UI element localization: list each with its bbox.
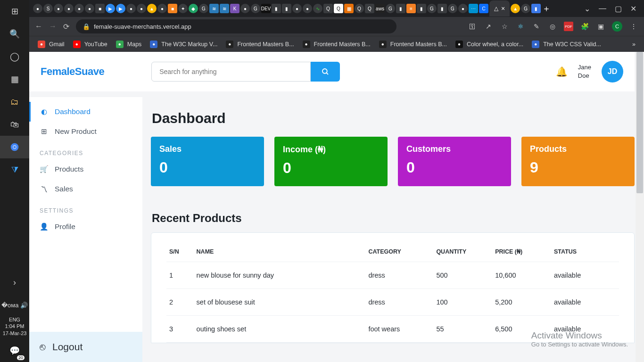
tab-icon[interactable]: G <box>386 4 395 13</box>
taskbar-app-icon[interactable]: ▦ <box>0 68 29 90</box>
tab-icon[interactable]: ✦ <box>178 4 188 13</box>
bookmark-item[interactable]: ●Frontend Masters B... <box>226 41 294 48</box>
scrollbar-thumb[interactable] <box>636 52 643 193</box>
bookmarks-overflow-icon[interactable]: » <box>632 41 636 48</box>
react-devtools-icon[interactable]: ⚛ <box>516 22 525 31</box>
tab-icon[interactable]: K <box>230 4 239 13</box>
tab-icon[interactable]: ▮ <box>396 4 405 13</box>
tab-icon[interactable]: ● <box>157 4 167 13</box>
app-logo[interactable]: FemaleSuave <box>41 66 104 78</box>
extension-icon[interactable]: ✎ <box>532 22 541 31</box>
tab-icon[interactable]: C <box>479 4 488 13</box>
minimize-icon[interactable]: — <box>599 4 606 13</box>
pdf-extension-icon[interactable]: PDF <box>564 22 573 31</box>
profile-avatar[interactable]: C <box>612 21 622 32</box>
tab-icon[interactable]: ● <box>85 4 94 13</box>
tab-icon[interactable]: ▲ <box>147 4 157 13</box>
active-tab[interactable]: △ × <box>489 0 510 16</box>
extension-icon[interactable]: ◎ <box>548 22 557 31</box>
tab-icon[interactable]: DEV <box>261 4 271 13</box>
tab-icon[interactable]: G <box>448 4 457 13</box>
tab-icon[interactable]: ▲ <box>511 4 520 13</box>
tab-icon[interactable]: ▶ <box>116 4 125 13</box>
bookmark-item[interactable]: ●Maps <box>116 41 142 48</box>
taskbar-date[interactable]: 17-Mar-23 <box>0 330 29 337</box>
vscode-taskbar-icon[interactable]: ⧩ <box>0 158 29 181</box>
tab-icon[interactable]: ● <box>54 4 63 13</box>
tab-icon[interactable]: ▦ <box>344 4 354 13</box>
table-row[interactable]: 2set of blousese suitdress1005,200availa… <box>166 289 619 316</box>
tab-icon[interactable]: ▮ <box>272 4 281 13</box>
sidebar-item-sales[interactable]: 〽Sales <box>29 179 142 199</box>
start-button[interactable]: ⊞ <box>0 0 29 23</box>
reload-icon[interactable]: ⟳ <box>63 22 69 31</box>
tab-icon[interactable]: G <box>199 4 208 13</box>
bookmark-item[interactable]: ●Frontend Masters B... <box>303 41 371 48</box>
back-icon[interactable]: ← <box>35 22 42 31</box>
dropdown-tabs-icon[interactable]: ⌄ <box>584 4 590 13</box>
expand-taskbar-icon[interactable]: › <box>0 271 29 294</box>
tab-icon[interactable]: ≋ <box>209 4 219 13</box>
logout-button[interactable]: ⎋Logout <box>29 332 142 362</box>
scrollbar[interactable] <box>636 52 644 362</box>
kebab-menu-icon[interactable]: ⋮ <box>629 22 638 31</box>
taskbar-lang[interactable]: ENG <box>9 316 20 323</box>
sidebar-item-profile[interactable]: 👤Profile <box>29 217 142 237</box>
tab-icon[interactable]: ● <box>126 4 136 13</box>
address-bar[interactable]: 🔒 female-suave-merchants.vercel.app <box>76 19 396 33</box>
tab-icon[interactable]: G <box>251 4 260 13</box>
wifi-sound-icon[interactable]: �ома 🔊 <box>0 294 29 316</box>
close-tab-icon[interactable]: × <box>501 5 505 12</box>
tab-icon[interactable]: ● <box>292 4 302 13</box>
tab-icon[interactable]: ● <box>33 4 42 13</box>
tab-icon[interactable]: ● <box>64 4 74 13</box>
avatar[interactable]: JD <box>602 61 623 82</box>
table-row[interactable]: 3outing shoes setfoot wears556,500availa… <box>166 316 619 343</box>
sidebar-item-products[interactable]: 🛒Products <box>29 159 142 179</box>
sidebar-item-new-product[interactable]: ⊞New Product <box>29 122 142 141</box>
extensions-puzzle-icon[interactable]: 🧩 <box>580 22 589 31</box>
ms-store-icon[interactable]: 🛍 <box>0 113 29 136</box>
search-button[interactable] <box>311 62 340 82</box>
tab-icon[interactable]: Q <box>334 4 343 13</box>
tab-icon[interactable]: ● <box>458 4 468 13</box>
tab-icon[interactable]: G <box>427 4 437 13</box>
tab-icon[interactable]: ▶ <box>106 4 115 13</box>
new-tab-button[interactable]: ＋ <box>542 4 551 13</box>
tab-icon[interactable]: ≡ <box>406 4 416 13</box>
tab-icon[interactable]: ● <box>303 4 312 13</box>
sidebar-item-dashboard[interactable]: ◐Dashboard <box>29 102 142 122</box>
bell-icon[interactable]: 🔔 <box>556 66 568 77</box>
key-icon[interactable]: ⚿ <box>468 22 477 31</box>
tab-icon[interactable]: ∿ <box>313 4 322 13</box>
sidepanel-icon[interactable]: ▣ <box>596 22 605 31</box>
tab-icon[interactable]: ■ <box>95 4 105 13</box>
tab-icon[interactable]: ● <box>240 4 250 13</box>
tab-icon[interactable]: aws <box>375 4 385 13</box>
tab-icon[interactable]: ◆ <box>189 4 198 13</box>
tab-icon[interactable]: Q <box>365 4 374 13</box>
notifications-taskbar-icon[interactable]: 💬 <box>0 339 29 362</box>
taskbar-time[interactable]: 1:04 PM <box>0 323 29 329</box>
tab-icon[interactable]: ▮ <box>282 4 291 13</box>
bookmark-item[interactable]: ●Color wheel, a color... <box>455 41 523 48</box>
tab-icon[interactable]: ▮ <box>531 4 541 13</box>
task-view-icon[interactable]: ◯ <box>0 45 29 68</box>
tab-icon[interactable]: ■ <box>168 4 177 13</box>
bookmark-item[interactable]: ●YouTube <box>73 41 107 48</box>
search-input[interactable] <box>151 62 311 82</box>
tab-icon[interactable]: ● <box>137 4 146 13</box>
tab-icon[interactable]: ● <box>74 4 84 13</box>
tab-icon[interactable]: G <box>521 4 530 13</box>
bookmark-item[interactable]: ●Gmail <box>38 41 65 48</box>
chrome-taskbar-icon[interactable] <box>0 136 29 158</box>
search-taskbar-icon[interactable]: 🔍 <box>0 23 29 45</box>
tab-icon[interactable]: ≋ <box>220 4 229 13</box>
maximize-icon[interactable]: ▢ <box>615 4 622 13</box>
tab-icon[interactable]: ⋯ <box>469 4 478 13</box>
tab-icon[interactable]: Q <box>355 4 364 13</box>
bookmark-item[interactable]: ●Frontend Masters B... <box>379 41 447 48</box>
tab-icon[interactable]: ▮ <box>417 4 426 13</box>
bookmark-item[interactable]: ●The W3C CSS Valid... <box>532 41 601 48</box>
close-window-icon[interactable]: ✕ <box>630 4 636 13</box>
